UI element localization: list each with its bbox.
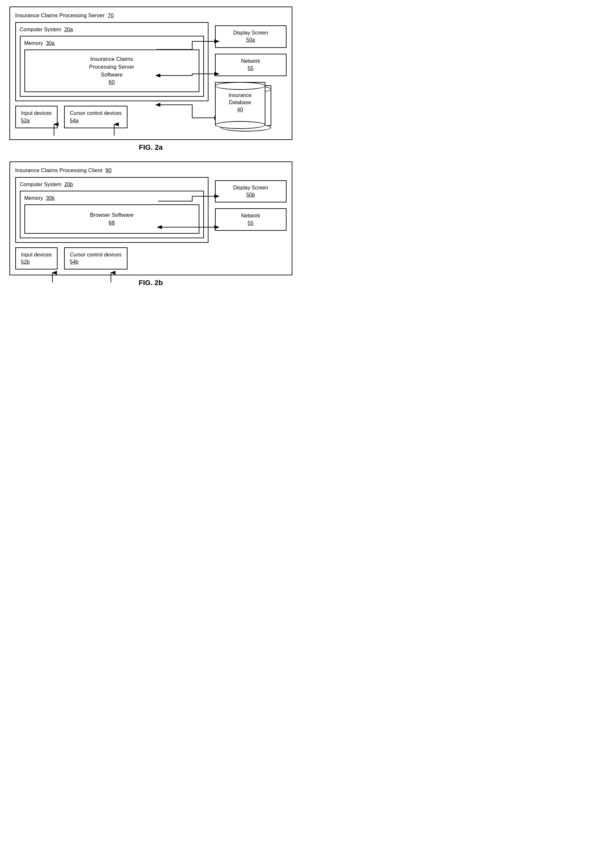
fig2a-left: Computer System 20a Memory 30a Insurance… xyxy=(15,22,209,128)
fig2b-network-box: Network55 xyxy=(215,208,286,231)
fig2a-memory-id: 30a xyxy=(46,40,55,46)
fig2a-title: FIG. 2a xyxy=(9,143,292,152)
fig2b-section: Insurance Claims Processing Client 80 Co… xyxy=(9,161,292,287)
fig2a-cursor-box: Cursor control devices54a xyxy=(64,106,127,128)
fig2b-software-box: Browser Software68 xyxy=(25,205,199,234)
fig2b-cursor-box: Cursor control devices54b xyxy=(64,247,127,270)
fig2a-display-text: Display Screen50a xyxy=(220,29,281,44)
page: Insurance Claims Processing Server 70 Co… xyxy=(6,6,295,287)
fig2b-cursor-text: Cursor control devices54b xyxy=(70,251,122,266)
fig2b-outer-id: 80 xyxy=(105,167,111,174)
fig2b-right: Display Screen50b Network55 xyxy=(215,177,286,231)
fig2b-memory-id: 30b xyxy=(46,195,55,201)
fig2a-software-text: Insurance ClaimsProcessing ServerSoftwar… xyxy=(89,55,135,86)
fig2a-computer-id: 20a xyxy=(64,27,73,32)
fig2b-network-text: Network55 xyxy=(220,212,281,227)
fig2a-network-box: Network55 xyxy=(215,54,286,76)
fig2a-right: Display Screen50a Network55 xyxy=(215,22,286,134)
fig2b-computer-id: 20b xyxy=(64,181,73,187)
fig2b-outer-box: Insurance Claims Processing Client 80 Co… xyxy=(9,161,292,276)
fig2b-left: Computer System 20b Memory 30b Browser S… xyxy=(15,177,209,270)
fig2a-outer-id: 70 xyxy=(108,12,114,19)
fig2b-display-text: Display Screen50b xyxy=(220,184,281,199)
fig2b-outer-title: Insurance Claims Processing Client 80 xyxy=(15,167,286,174)
fig2b-bottom-row: Input devices52b Cursor control devices5… xyxy=(15,247,209,270)
fig2a-computer-title: Computer System 20a xyxy=(20,27,204,33)
fig2a-input-text: Input devices52a xyxy=(21,110,52,124)
fig2a-cursor-text: Cursor control devices54a xyxy=(70,110,122,124)
fig2a-network-text: Network55 xyxy=(220,57,281,72)
fig2a-memory-title: Memory 30a xyxy=(25,40,199,46)
fig2b-input-text: Input devices52b xyxy=(21,251,52,266)
fig2a-bottom-row: Input devices52a Cursor control devices5… xyxy=(15,106,209,128)
fig2b-memory-title: Memory 30b xyxy=(25,195,199,201)
fig2a-section: Insurance Claims Processing Server 70 Co… xyxy=(9,6,292,152)
fig2b-display-box: Display Screen50b xyxy=(215,180,286,203)
fig2a-software-box: Insurance ClaimsProcessing ServerSoftwar… xyxy=(25,50,199,92)
fig2a-outer-box: Insurance Claims Processing Server 70 Co… xyxy=(9,6,292,140)
fig2b-software-text: Browser Software68 xyxy=(90,211,133,227)
fig2a-display-box: Display Screen50a xyxy=(215,25,286,48)
fig2a-computer-box: Computer System 20a Memory 30a Insurance… xyxy=(15,22,209,101)
fig2b-computer-title: Computer System 20b xyxy=(20,181,204,188)
fig2a-input-box: Input devices52a xyxy=(15,106,57,128)
fig2a-memory-box: Memory 30a Insurance ClaimsProcessing Se… xyxy=(20,36,204,97)
fig2a-database-text: InsuranceDatabase40 xyxy=(215,92,265,113)
fig2b-memory-box: Memory 30b Browser Software68 xyxy=(20,191,204,238)
fig2b-computer-box: Computer System 20b Memory 30b Browser S… xyxy=(15,177,209,243)
fig2b-input-box: Input devices52b xyxy=(15,247,57,270)
fig2a-database-shape: InsuranceDatabase40 xyxy=(215,82,274,134)
fig2b-title: FIG. 2b xyxy=(9,279,292,287)
fig2a-outer-title: Insurance Claims Processing Server 70 xyxy=(15,12,286,19)
